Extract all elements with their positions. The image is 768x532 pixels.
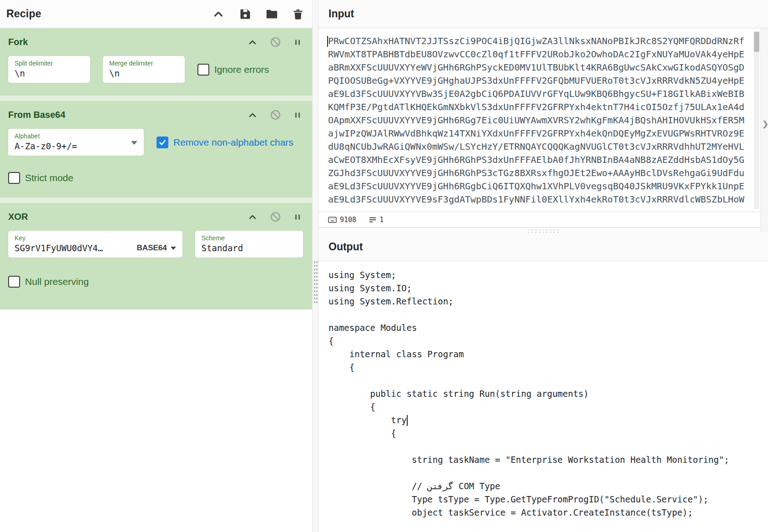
char-count-item: 9108 — [328, 216, 356, 224]
collapse-args-icon[interactable] — [247, 110, 258, 121]
io-panel: Input PRwCOTZSAhxHATNVT2JJTSszCi9POC4iBj… — [318, 0, 768, 532]
clear-recipe-trash-icon[interactable] — [292, 8, 304, 20]
chevron-down-icon — [171, 247, 176, 250]
breakpoint-pause-icon[interactable] — [293, 37, 302, 47]
null-preserving-checkbox-row: Null preserving — [8, 276, 303, 288]
arg-label: Alphabet — [15, 132, 137, 140]
arg-value: Standard — [202, 243, 297, 253]
operation-from-base64[interactable]: From Base64 Alphabet A-Za-z0-9+/= — [0, 101, 312, 198]
arg-value: \n — [15, 68, 84, 78]
operation-xor[interactable]: XOR Key SG9rV1FyUWU0dVY4… BAS — [0, 203, 312, 309]
collapse-panel-icon[interactable] — [212, 7, 225, 21]
checkbox-label: Strict mode — [25, 172, 73, 183]
remove-non-alphabet-checkbox-row: Remove non-alphabet chars — [157, 137, 293, 148]
remove-non-alphabet-checkbox[interactable] — [157, 137, 168, 148]
line-count-icon — [369, 217, 376, 223]
split-delimiter-field[interactable]: Split delimiter \n — [8, 56, 90, 83]
ignore-errors-checkbox-row: Ignore errors — [197, 64, 269, 76]
right-edge-strip: ❯ — [760, 28, 768, 232]
disable-operation-icon[interactable] — [270, 211, 281, 223]
output-title: Output — [328, 241, 363, 253]
splitter-drag-handle[interactable] — [527, 229, 560, 233]
arg-label: Scheme — [202, 234, 297, 242]
null-preserving-checkbox[interactable] — [8, 276, 20, 288]
line-count-item: 1 — [369, 216, 384, 224]
arg-label: Key — [15, 234, 176, 242]
operation-title: XOR — [8, 212, 28, 222]
io-splitter-horizontal[interactable] — [318, 227, 768, 233]
checkbox-label: Null preserving — [25, 276, 89, 287]
recipe-operation-list: Fork Split delimiter \n Merge delimiter — [0, 28, 312, 309]
output-text-caret — [407, 415, 408, 426]
recipe-panel-title: Recipe — [6, 8, 41, 20]
breakpoint-pause-icon[interactable] — [293, 212, 302, 222]
breakpoint-pause-icon[interactable] — [293, 110, 302, 120]
arg-label: Merge delimiter — [109, 60, 178, 67]
arg-value: SG9rV1FyUWU0dVY4… — [15, 243, 103, 253]
disable-operation-icon[interactable] — [270, 109, 281, 121]
load-recipe-folder-icon[interactable] — [265, 8, 278, 20]
xor-scheme-field[interactable]: Scheme Standard — [195, 231, 303, 258]
input-text[interactable]: PRwCOTZSAhxHATNVT2JJTSszCi9POC4iBjQIGjwZ… — [318, 28, 768, 206]
arg-value: A-Za-z0-9+/= — [15, 141, 137, 151]
strict-mode-checkbox-row: Strict mode — [8, 172, 303, 184]
line-count-value: 1 — [379, 216, 384, 224]
recipe-header: Recipe — [0, 0, 312, 28]
disable-operation-icon[interactable] — [270, 36, 281, 48]
input-text-caret — [327, 36, 328, 47]
operation-title: From Base64 — [8, 110, 66, 120]
input-header: Input — [318, 0, 768, 28]
splitter-drag-handle[interactable] — [313, 260, 318, 304]
input-title: Input — [328, 8, 354, 20]
arg-label: Split delimiter — [15, 60, 84, 67]
output-area[interactable]: using System; using System.IO; using Sys… — [318, 261, 768, 532]
key-format-select[interactable]: BASE64 — [137, 243, 176, 253]
xor-key-field[interactable]: Key SG9rV1FyUWU0dVY4… BASE64 — [8, 231, 182, 258]
output-text[interactable]: using System; using System.IO; using Sys… — [318, 261, 768, 519]
cyberchef-app: Recipe Fork — [0, 0, 768, 532]
input-status-bar: 9108 1 — [318, 212, 768, 227]
merge-delimiter-field[interactable]: Merge delimiter \n — [103, 56, 185, 83]
arg-value: \n — [109, 68, 178, 78]
char-count-value: 9108 — [340, 216, 356, 224]
chevron-right-icon[interactable]: ❯ — [762, 119, 768, 129]
character-count-icon — [328, 217, 337, 223]
ignore-errors-checkbox[interactable] — [197, 64, 209, 76]
key-format-value: BASE64 — [137, 243, 167, 253]
input-scrollbar-thumb[interactable] — [754, 32, 759, 52]
strict-mode-checkbox[interactable] — [8, 172, 20, 184]
chevron-down-icon — [131, 141, 137, 145]
panel-splitter-vertical[interactable] — [312, 0, 318, 532]
collapse-args-icon[interactable] — [247, 212, 258, 223]
check-icon — [158, 138, 167, 147]
input-scrollbar[interactable] — [754, 31, 759, 209]
recipe-panel: Recipe Fork — [0, 0, 312, 532]
operation-title: Fork — [8, 37, 28, 47]
output-header: Output — [318, 233, 768, 261]
checkbox-label: Remove non-alphabet chars — [173, 137, 293, 148]
operation-fork[interactable]: Fork Split delimiter \n Merge delimiter — [0, 28, 312, 96]
save-recipe-icon[interactable] — [239, 8, 252, 20]
alphabet-dropdown[interactable]: Alphabet A-Za-z0-9+/= — [8, 129, 144, 156]
checkbox-label: Ignore errors — [214, 64, 269, 75]
input-area[interactable]: PRwCOTZSAhxHATNVT2JJTSszCi9POC4iBjQIGjwZ… — [318, 28, 768, 212]
collapse-args-icon[interactable] — [247, 37, 258, 48]
